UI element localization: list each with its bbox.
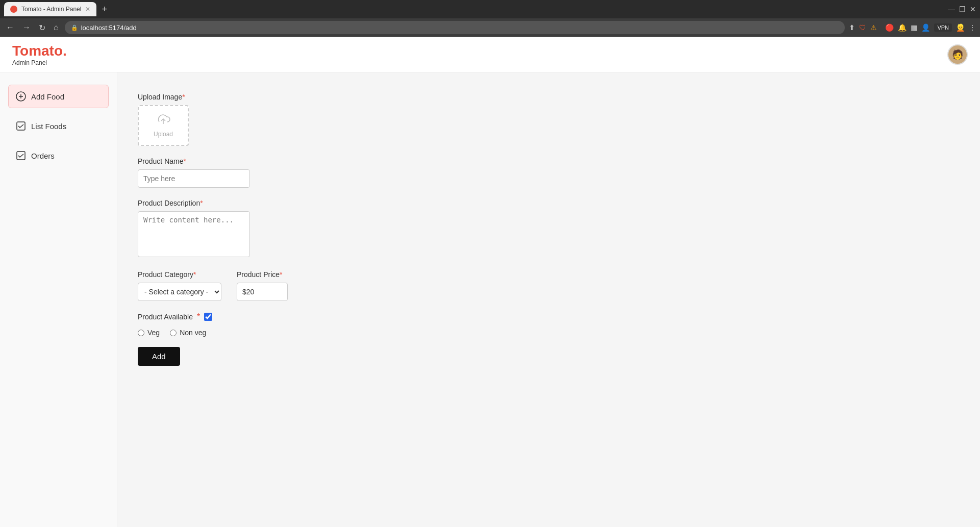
upload-image-group: Upload Image* Upload [138, 93, 444, 146]
product-available-checkbox[interactable] [204, 313, 212, 321]
available-required-star: * [197, 312, 200, 321]
back-button[interactable]: ← [4, 22, 16, 33]
svg-rect-3 [17, 122, 25, 130]
browser-chrome: Tomato - Admin Panel ✕ + — ❐ ✕ ← → ↻ ⌂ 🔒… [0, 0, 980, 37]
category-required-star: * [193, 270, 196, 279]
product-category-group: Product Category* - Select a category - … [138, 270, 221, 301]
non-veg-label: Non veg [180, 329, 206, 337]
product-name-group: Product Name* [138, 157, 444, 188]
checkbox-icon-list [16, 121, 26, 131]
menu-icon[interactable]: ⋮ [969, 23, 976, 32]
product-desc-required-star: * [200, 199, 203, 207]
upload-required-star: * [182, 93, 185, 101]
logo-section: Tomato. Admin Panel [12, 43, 67, 66]
svg-rect-4 [17, 152, 25, 160]
add-food-form: Upload Image* Upload [138, 93, 444, 366]
refresh-button[interactable]: ↻ [37, 22, 47, 34]
warning-icon[interactable]: ⚠ [870, 23, 877, 32]
veg-radio-option[interactable]: Veg [138, 329, 160, 337]
upload-image-label: Upload Image* [138, 93, 444, 101]
bell-icon[interactable]: 🔔 [898, 23, 907, 32]
product-name-input[interactable] [138, 169, 250, 188]
url-bar[interactable]: 🔒 localhost:5174/add [65, 21, 845, 34]
logo-text: Tomato. [12, 43, 67, 59]
active-tab[interactable]: Tomato - Admin Panel ✕ [4, 2, 96, 16]
sidebar-item-add-food-label: Add Food [31, 92, 64, 101]
sidebar: Add Food List Foods Orde [0, 72, 117, 527]
brave-icon[interactable]: 🛡 [859, 23, 866, 32]
sidebar-item-list-foods-label: List Foods [31, 122, 66, 131]
restore-button[interactable]: ❐ [959, 5, 966, 13]
user-avatar[interactable]: 🧑 [947, 44, 968, 65]
upload-box[interactable]: Upload [138, 105, 189, 146]
new-tab-button[interactable]: + [98, 4, 110, 15]
product-description-group: Product Description* [138, 199, 444, 259]
window-controls: — ❐ ✕ [948, 5, 976, 13]
main-area: Add Food List Foods Orde [0, 72, 980, 527]
plus-circle-icon [16, 91, 26, 102]
add-button[interactable]: Add [138, 347, 180, 366]
sidebar-item-add-food[interactable]: Add Food [8, 85, 109, 108]
product-available-row: Product Available * [138, 312, 444, 321]
veg-radio-input[interactable] [138, 330, 144, 336]
upload-cloud-icon [156, 113, 170, 129]
vpn-icon[interactable]: VPN [934, 23, 952, 32]
product-price-group: Product Price* [237, 270, 288, 301]
close-window-button[interactable]: ✕ [970, 5, 976, 13]
tab-favicon [10, 6, 17, 13]
checkbox-icon-orders [16, 150, 26, 161]
product-price-input[interactable] [237, 283, 288, 301]
user-avatar-nav[interactable]: 👱 [956, 23, 965, 32]
tab-title: Tomato - Admin Panel [21, 6, 81, 13]
tab-close-button[interactable]: ✕ [85, 6, 90, 13]
app-container: Tomato. Admin Panel 🧑 Add Food [0, 37, 980, 527]
product-name-label: Product Name* [138, 157, 444, 165]
navigation-bar: ← → ↻ ⌂ 🔒 localhost:5174/add ⬆ 🛡 ⚠ 🔴 🔔 ▦… [0, 18, 980, 37]
url-text: localhost:5174/add [81, 24, 137, 32]
product-description-input[interactable] [138, 211, 250, 257]
home-button[interactable]: ⌂ [52, 22, 61, 33]
header-right: 🧑 [947, 44, 968, 65]
sidebar-item-orders[interactable]: Orders [8, 144, 109, 167]
price-required-star: * [280, 270, 282, 279]
product-description-label: Product Description* [138, 199, 444, 207]
category-price-row: Product Category* - Select a category - … [138, 270, 444, 312]
sidebar-item-orders-label: Orders [31, 152, 55, 160]
minimize-button[interactable]: — [948, 5, 955, 13]
app-header: Tomato. Admin Panel 🧑 [0, 37, 980, 72]
tab-bar: Tomato - Admin Panel ✕ + — ❐ ✕ [0, 0, 980, 18]
product-category-select[interactable]: - Select a category - Salad Rolls Desert… [138, 283, 221, 301]
extensions-icon[interactable]: 🔴 [885, 23, 894, 32]
non-veg-radio-input[interactable] [170, 330, 177, 336]
product-name-required-star: * [183, 157, 186, 165]
veg-label: Veg [147, 329, 160, 337]
sidebar-item-list-foods[interactable]: List Foods [8, 114, 109, 138]
share-icon[interactable]: ⬆ [849, 23, 855, 32]
admin-panel-label: Admin Panel [12, 59, 67, 66]
product-category-label: Product Category* [138, 270, 221, 279]
nav-right-icons: ⬆ 🛡 ⚠ 🔴 🔔 ▦ 👤 VPN 👱 ⋮ [849, 23, 976, 32]
security-icon: 🔒 [71, 24, 78, 31]
forward-button[interactable]: → [20, 22, 33, 33]
product-price-label: Product Price* [237, 270, 288, 279]
profile-icon[interactable]: 👤 [921, 23, 930, 32]
product-available-label: Product Available [138, 313, 193, 321]
content-area: Upload Image* Upload [117, 72, 980, 527]
non-veg-radio-option[interactable]: Non veg [170, 329, 206, 337]
upload-text: Upload [154, 131, 173, 138]
veg-type-row: Veg Non veg [138, 329, 444, 337]
sidebar-toggle-icon[interactable]: ▦ [911, 23, 917, 32]
